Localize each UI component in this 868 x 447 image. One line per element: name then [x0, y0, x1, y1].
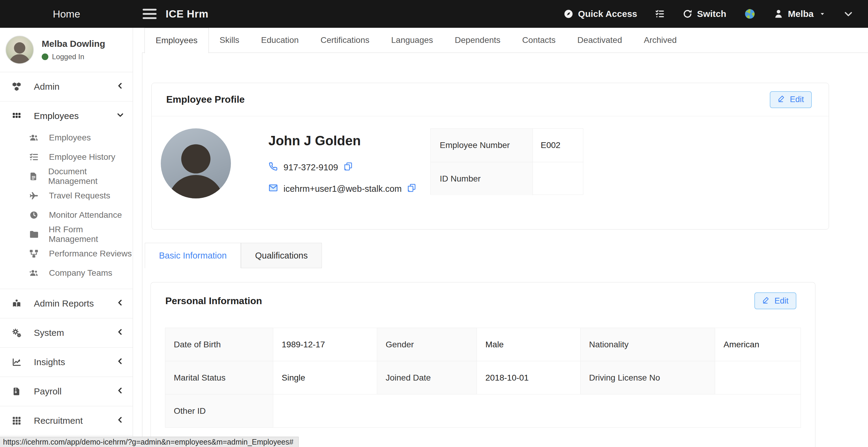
sidebar-subitem-employee-history[interactable]: Employee History — [0, 148, 133, 167]
tab-education[interactable]: Education — [250, 28, 310, 53]
tab-contacts[interactable]: Contacts — [512, 28, 567, 53]
mail-icon — [268, 183, 278, 195]
chevron-left-icon — [116, 357, 124, 367]
checklist-icon — [655, 9, 665, 19]
personal-information-table: Date of Birth 1989-12-17 Gender Male Nat… — [165, 328, 801, 428]
document-icon — [28, 172, 39, 181]
sidebar-item-admin-reports[interactable]: Admin Reports — [0, 291, 133, 316]
grid-icon — [10, 416, 23, 425]
folder-icon — [28, 229, 39, 239]
user-name: Melba Dowling — [42, 39, 105, 49]
profile-subtabs: Basic Information Qualifications — [145, 243, 322, 268]
edit-pencil-icon — [762, 296, 770, 306]
sidebar-item-recruitment[interactable]: Recruitment — [0, 409, 133, 433]
file-zipper-icon — [10, 387, 23, 396]
sidebar-subitem-document-management[interactable]: Document Management — [0, 167, 133, 186]
copy-icon[interactable] — [407, 183, 416, 194]
sidebar-item-system[interactable]: System — [0, 321, 133, 345]
cubes-icon — [10, 82, 23, 92]
collapse-topbar-button[interactable] — [843, 9, 854, 19]
home-link[interactable]: Home — [0, 8, 133, 20]
sidebar: Melba Dowling Logged In Admin Employees — [0, 28, 133, 447]
top-bar: Home ICE Hrm Quick Access Switch — [0, 0, 868, 28]
table-row: Employee Number E002 — [431, 129, 583, 162]
sidebar-item-employees[interactable]: Employees — [0, 104, 133, 128]
table-row: ID Number — [431, 162, 583, 195]
tab-panel: Employee Profile Edit John J Golden — [142, 53, 868, 447]
employee-name: John J Golden — [268, 133, 416, 148]
chevron-left-icon — [116, 328, 124, 338]
sitemap-icon — [28, 249, 40, 259]
chevron-left-icon — [116, 386, 124, 396]
gears-icon — [10, 328, 23, 338]
tab-dependents[interactable]: Dependents — [444, 28, 512, 53]
sidebar-subitem-hr-form-management[interactable]: HR Form Management — [0, 225, 133, 244]
sidebar-subitem-monitor-attendance[interactable]: Monitor Attendance — [0, 205, 133, 225]
employee-id-table: Employee Number E002 ID Number — [430, 128, 583, 195]
tab-deactivated[interactable]: Deactivated — [566, 28, 633, 53]
switch-button[interactable]: Switch — [682, 9, 726, 19]
tab-archived[interactable]: Archived — [633, 28, 688, 53]
edit-pencil-icon — [778, 95, 785, 104]
sidebar-subitem-performance-reviews[interactable]: Performance Reviews — [0, 244, 133, 263]
chart-line-icon — [10, 357, 23, 367]
profile-edit-button[interactable]: Edit — [770, 91, 812, 108]
clock-icon — [28, 211, 40, 220]
copy-icon[interactable] — [344, 162, 353, 173]
plane-icon — [28, 191, 40, 200]
status-url: https://icehrm.com/app/demo-icehrm/?g=ad… — [3, 438, 293, 446]
sidebar-item-payroll[interactable]: Payroll — [0, 379, 133, 404]
chevron-down-icon — [116, 111, 124, 121]
chevron-left-icon — [116, 82, 124, 92]
chevron-down-icon — [843, 9, 854, 19]
main-content: Employees Skills Education Certification… — [133, 28, 868, 447]
personal-information-title: Personal Information — [165, 295, 262, 307]
employee-photo — [161, 128, 231, 198]
table-row: Marital Status Single Joined Date 2018-1… — [165, 361, 801, 394]
tab-skills[interactable]: Skills — [209, 28, 250, 53]
employee-phone-row: 917-372-9109 — [268, 162, 416, 173]
tasks-button[interactable] — [655, 9, 665, 19]
employee-email-row: icehrm+user1@web-stalk.com — [268, 183, 416, 195]
employee-phone[interactable]: 917-372-9109 — [283, 162, 338, 172]
globe-icon — [744, 8, 756, 20]
compass-icon — [563, 8, 574, 19]
personal-information-card: Personal Information Edit Date of Birth … — [151, 282, 815, 447]
sidebar-subitem-travel-requests[interactable]: Travel Requests — [0, 186, 133, 205]
module-tabs: Employees Skills Education Certification… — [145, 28, 868, 53]
language-globe-button[interactable] — [744, 8, 756, 20]
caret-down-icon — [819, 10, 826, 17]
phone-icon — [268, 162, 278, 173]
grid-icon — [10, 111, 23, 121]
subtab-basic-information[interactable]: Basic Information — [145, 243, 241, 268]
status-url-bar: https://icehrm.com/app/demo-icehrm/?g=ad… — [0, 437, 299, 447]
tab-certifications[interactable]: Certifications — [309, 28, 380, 53]
app-brand: ICE Hrm — [166, 8, 209, 20]
sidebar-user-card: Melba Dowling Logged In — [0, 28, 133, 72]
book-reader-icon — [10, 299, 23, 308]
users-icon — [28, 268, 40, 278]
tab-languages[interactable]: Languages — [380, 28, 444, 53]
sidebar-item-admin[interactable]: Admin — [0, 74, 133, 99]
chevron-left-icon — [116, 416, 124, 426]
sidebar-subitem-company-teams[interactable]: Company Teams — [0, 263, 133, 283]
sidebar-item-insights[interactable]: Insights — [0, 350, 133, 374]
chevron-left-icon — [116, 298, 124, 309]
employee-profile-card: Employee Profile Edit John J Golden — [151, 83, 829, 229]
switch-icon — [682, 9, 693, 19]
personal-edit-button[interactable]: Edit — [754, 292, 796, 309]
login-status: Logged In — [52, 53, 84, 61]
list-check-icon — [28, 152, 40, 162]
sidebar-subitem-employees[interactable]: Employees — [0, 128, 133, 148]
quick-access-button[interactable]: Quick Access — [563, 8, 638, 19]
user-icon — [773, 9, 784, 19]
hamburger-menu-icon[interactable] — [143, 9, 157, 19]
users-icon — [28, 133, 40, 142]
avatar — [5, 36, 34, 64]
table-row: Date of Birth 1989-12-17 Gender Male Nat… — [165, 328, 801, 361]
tab-employees[interactable]: Employees — [145, 28, 209, 53]
user-menu[interactable]: Melba — [773, 9, 826, 19]
employee-profile-title: Employee Profile — [166, 94, 245, 105]
employee-email[interactable]: icehrm+user1@web-stalk.com — [283, 184, 402, 194]
subtab-qualifications[interactable]: Qualifications — [241, 243, 322, 268]
